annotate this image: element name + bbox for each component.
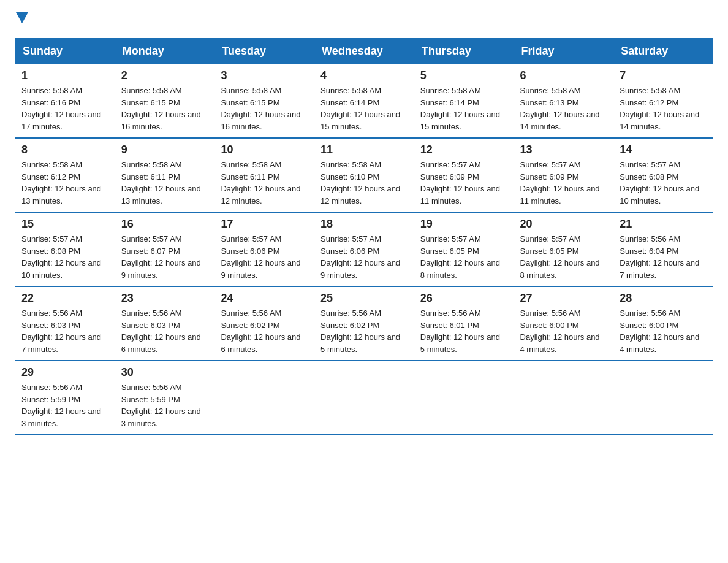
day-number: 21	[620, 218, 707, 231]
day-info: Sunrise: 5:58 AMSunset: 6:16 PMDaylight:…	[21, 85, 108, 132]
day-cell: 25 Sunrise: 5:56 AMSunset: 6:02 PMDaylig…	[314, 286, 414, 361]
day-cell: 20 Sunrise: 5:57 AMSunset: 6:05 PMDaylig…	[514, 212, 613, 286]
day-number: 22	[21, 292, 108, 305]
day-cell: 15 Sunrise: 5:57 AMSunset: 6:08 PMDaylig…	[15, 212, 115, 286]
day-info: Sunrise: 5:56 AMSunset: 5:59 PMDaylight:…	[121, 381, 208, 429]
day-cell: 29 Sunrise: 5:56 AMSunset: 5:59 PMDaylig…	[15, 361, 115, 435]
day-info: Sunrise: 5:57 AMSunset: 6:09 PMDaylight:…	[420, 159, 507, 207]
day-info: Sunrise: 5:58 AMSunset: 6:11 PMDaylight:…	[121, 159, 208, 207]
day-cell	[414, 361, 514, 435]
header-cell-thursday: Thursday	[414, 39, 514, 64]
day-number: 20	[520, 218, 607, 231]
logo	[15, 15, 28, 26]
day-cell: 11 Sunrise: 5:58 AMSunset: 6:10 PMDaylig…	[314, 138, 414, 212]
day-info: Sunrise: 5:57 AMSunset: 6:06 PMDaylight:…	[221, 233, 308, 281]
day-info: Sunrise: 5:58 AMSunset: 6:14 PMDaylight:…	[420, 85, 507, 132]
day-number: 9	[121, 144, 208, 156]
day-number: 26	[420, 292, 507, 305]
day-info: Sunrise: 5:56 AMSunset: 6:03 PMDaylight:…	[121, 307, 208, 355]
day-cell: 18 Sunrise: 5:57 AMSunset: 6:06 PMDaylig…	[314, 212, 414, 286]
day-number: 1	[21, 69, 108, 82]
day-cell: 17 Sunrise: 5:57 AMSunset: 6:06 PMDaylig…	[214, 212, 314, 286]
day-info: Sunrise: 5:56 AMSunset: 6:00 PMDaylight:…	[520, 307, 607, 355]
day-number: 16	[121, 218, 208, 231]
day-number: 2	[121, 69, 208, 82]
day-cell: 10 Sunrise: 5:58 AMSunset: 6:11 PMDaylig…	[214, 138, 314, 212]
day-cell: 16 Sunrise: 5:57 AMSunset: 6:07 PMDaylig…	[115, 212, 214, 286]
page-header	[15, 15, 713, 26]
day-info: Sunrise: 5:58 AMSunset: 6:10 PMDaylight:…	[320, 159, 408, 207]
day-info: Sunrise: 5:56 AMSunset: 6:03 PMDaylight:…	[21, 307, 108, 355]
day-info: Sunrise: 5:57 AMSunset: 6:06 PMDaylight:…	[320, 233, 408, 281]
week-row-3: 15 Sunrise: 5:57 AMSunset: 6:08 PMDaylig…	[15, 212, 713, 286]
day-cell: 26 Sunrise: 5:56 AMSunset: 6:01 PMDaylig…	[414, 286, 514, 361]
day-number: 7	[620, 69, 707, 82]
day-info: Sunrise: 5:58 AMSunset: 6:15 PMDaylight:…	[221, 85, 308, 132]
day-cell: 14 Sunrise: 5:57 AMSunset: 6:08 PMDaylig…	[613, 138, 713, 212]
week-row-2: 8 Sunrise: 5:58 AMSunset: 6:12 PMDayligh…	[15, 138, 713, 212]
header-row: SundayMondayTuesdayWednesdayThursdayFrid…	[15, 39, 713, 64]
header-cell-sunday: Sunday	[15, 39, 115, 64]
header-cell-saturday: Saturday	[613, 39, 713, 64]
day-number: 27	[520, 292, 607, 305]
day-cell: 22 Sunrise: 5:56 AMSunset: 6:03 PMDaylig…	[15, 286, 115, 361]
day-cell: 2 Sunrise: 5:58 AMSunset: 6:15 PMDayligh…	[115, 64, 214, 139]
day-cell: 23 Sunrise: 5:56 AMSunset: 6:03 PMDaylig…	[115, 286, 214, 361]
day-number: 18	[320, 218, 408, 231]
week-row-4: 22 Sunrise: 5:56 AMSunset: 6:03 PMDaylig…	[15, 286, 713, 361]
day-number: 24	[221, 292, 308, 305]
day-cell: 30 Sunrise: 5:56 AMSunset: 5:59 PMDaylig…	[115, 361, 214, 435]
day-cell: 4 Sunrise: 5:58 AMSunset: 6:14 PMDayligh…	[314, 64, 414, 139]
header-cell-friday: Friday	[514, 39, 613, 64]
day-cell: 8 Sunrise: 5:58 AMSunset: 6:12 PMDayligh…	[15, 138, 115, 212]
day-info: Sunrise: 5:58 AMSunset: 6:14 PMDaylight:…	[320, 85, 408, 132]
day-number: 3	[221, 69, 308, 82]
day-number: 17	[221, 218, 308, 231]
header-cell-tuesday: Tuesday	[214, 39, 314, 64]
day-cell: 12 Sunrise: 5:57 AMSunset: 6:09 PMDaylig…	[414, 138, 514, 212]
day-cell: 7 Sunrise: 5:58 AMSunset: 6:12 PMDayligh…	[613, 64, 713, 139]
week-row-1: 1 Sunrise: 5:58 AMSunset: 6:16 PMDayligh…	[15, 64, 713, 139]
calendar-table: SundayMondayTuesdayWednesdayThursdayFrid…	[15, 38, 713, 435]
day-cell: 6 Sunrise: 5:58 AMSunset: 6:13 PMDayligh…	[514, 64, 613, 139]
header-cell-wednesday: Wednesday	[314, 39, 414, 64]
day-info: Sunrise: 5:58 AMSunset: 6:12 PMDaylight:…	[21, 159, 108, 207]
day-number: 10	[221, 144, 308, 156]
day-number: 28	[620, 292, 707, 305]
day-info: Sunrise: 5:56 AMSunset: 5:59 PMDaylight:…	[21, 381, 108, 429]
day-number: 15	[21, 218, 108, 231]
day-info: Sunrise: 5:58 AMSunset: 6:11 PMDaylight:…	[221, 159, 308, 207]
day-cell: 27 Sunrise: 5:56 AMSunset: 6:00 PMDaylig…	[514, 286, 613, 361]
day-info: Sunrise: 5:57 AMSunset: 6:09 PMDaylight:…	[520, 159, 607, 207]
day-number: 14	[620, 144, 707, 156]
day-number: 13	[520, 144, 607, 156]
day-cell: 5 Sunrise: 5:58 AMSunset: 6:14 PMDayligh…	[414, 64, 514, 139]
day-info: Sunrise: 5:57 AMSunset: 6:05 PMDaylight:…	[420, 233, 507, 281]
day-number: 25	[320, 292, 408, 305]
day-number: 12	[420, 144, 507, 156]
day-info: Sunrise: 5:56 AMSunset: 6:02 PMDaylight:…	[221, 307, 308, 355]
day-cell: 21 Sunrise: 5:56 AMSunset: 6:04 PMDaylig…	[613, 212, 713, 286]
day-cell	[613, 361, 713, 435]
header-cell-monday: Monday	[115, 39, 214, 64]
day-number: 19	[420, 218, 507, 231]
day-info: Sunrise: 5:58 AMSunset: 6:15 PMDaylight:…	[121, 85, 208, 132]
day-cell: 28 Sunrise: 5:56 AMSunset: 6:00 PMDaylig…	[613, 286, 713, 361]
day-cell: 3 Sunrise: 5:58 AMSunset: 6:15 PMDayligh…	[214, 64, 314, 139]
logo-triangle-icon	[16, 12, 28, 23]
week-row-5: 29 Sunrise: 5:56 AMSunset: 5:59 PMDaylig…	[15, 361, 713, 435]
day-info: Sunrise: 5:57 AMSunset: 6:07 PMDaylight:…	[121, 233, 208, 281]
day-cell	[514, 361, 613, 435]
day-cell	[214, 361, 314, 435]
day-cell: 1 Sunrise: 5:58 AMSunset: 6:16 PMDayligh…	[15, 64, 115, 139]
day-info: Sunrise: 5:57 AMSunset: 6:08 PMDaylight:…	[21, 233, 108, 281]
day-cell	[314, 361, 414, 435]
day-cell: 19 Sunrise: 5:57 AMSunset: 6:05 PMDaylig…	[414, 212, 514, 286]
day-cell: 13 Sunrise: 5:57 AMSunset: 6:09 PMDaylig…	[514, 138, 613, 212]
day-info: Sunrise: 5:56 AMSunset: 6:04 PMDaylight:…	[620, 233, 707, 281]
day-number: 30	[121, 366, 208, 379]
day-cell: 9 Sunrise: 5:58 AMSunset: 6:11 PMDayligh…	[115, 138, 214, 212]
calendar-header: SundayMondayTuesdayWednesdayThursdayFrid…	[15, 39, 713, 64]
day-number: 29	[21, 366, 108, 379]
day-info: Sunrise: 5:56 AMSunset: 6:02 PMDaylight:…	[320, 307, 408, 355]
